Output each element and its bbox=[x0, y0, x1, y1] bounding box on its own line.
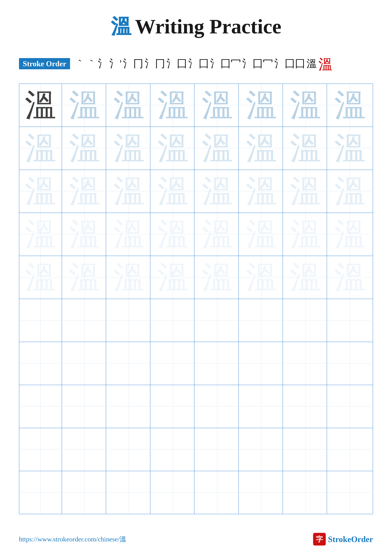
grid-cell-3-2[interactable]: 溫 bbox=[64, 170, 106, 213]
grid-cell-7-6[interactable] bbox=[240, 342, 283, 385]
grid-cell-5-7[interactable]: 溫 bbox=[284, 256, 327, 299]
grid-cell-10-7[interactable] bbox=[284, 471, 327, 514]
grid-cell-7-3[interactable] bbox=[108, 342, 150, 385]
grid-cell-8-1[interactable] bbox=[19, 385, 62, 428]
grid-cell-7-1[interactable] bbox=[19, 342, 62, 385]
grid-cell-9-8[interactable] bbox=[328, 428, 371, 471]
grid-row-9 bbox=[19, 428, 373, 471]
practice-char: 溫 bbox=[290, 89, 321, 121]
grid-cell-5-4[interactable]: 溫 bbox=[152, 256, 194, 299]
footer-url[interactable]: https://www.strokeorder.com/chinese/溫 bbox=[19, 535, 126, 544]
grid-cell-5-3[interactable]: 溫 bbox=[108, 256, 150, 299]
stroke-7: 氵囗 bbox=[166, 57, 187, 71]
practice-char: 溫 bbox=[69, 219, 100, 250]
grid-cell-1-8[interactable]: 溫 bbox=[328, 84, 371, 127]
grid-cell-2-4[interactable]: 溫 bbox=[152, 127, 194, 170]
grid-cell-3-7[interactable]: 溫 bbox=[284, 170, 327, 213]
grid-cell-5-1[interactable]: 溫 bbox=[19, 256, 62, 299]
grid-cell-1-3[interactable]: 溫 bbox=[108, 84, 150, 127]
grid-cell-4-1[interactable]: 溫 bbox=[19, 213, 62, 256]
grid-cell-2-7[interactable]: 溫 bbox=[284, 127, 327, 170]
grid-cell-10-4[interactable] bbox=[152, 471, 194, 514]
grid-cell-6-7[interactable] bbox=[284, 299, 327, 342]
stroke-9: 氵囗冖 bbox=[210, 57, 241, 71]
practice-char: 溫 bbox=[113, 132, 145, 164]
practice-char: 溫 bbox=[157, 89, 189, 121]
grid-cell-7-7[interactable] bbox=[284, 342, 327, 385]
grid-cell-3-4[interactable]: 溫 bbox=[152, 170, 194, 213]
grid-cell-9-6[interactable] bbox=[240, 428, 283, 471]
practice-char: 溫 bbox=[201, 175, 233, 207]
grid-cell-7-2[interactable] bbox=[64, 342, 106, 385]
grid-cell-2-5[interactable]: 溫 bbox=[196, 127, 239, 170]
grid-cell-8-3[interactable] bbox=[108, 385, 150, 428]
grid-cell-9-7[interactable] bbox=[284, 428, 327, 471]
grid-cell-1-2[interactable]: 溫 bbox=[64, 84, 106, 127]
grid-cell-3-8[interactable]: 溫 bbox=[328, 170, 371, 213]
grid-cell-9-5[interactable] bbox=[196, 428, 239, 471]
grid-cell-3-3[interactable]: 溫 bbox=[108, 170, 150, 213]
grid-cell-7-8[interactable] bbox=[328, 342, 371, 385]
grid-row-1: 溫 溫 溫 溫 溫 溫 溫 溫 bbox=[19, 84, 373, 127]
grid-cell-1-7[interactable]: 溫 bbox=[284, 84, 327, 127]
grid-cell-2-1[interactable]: 溫 bbox=[19, 127, 62, 170]
grid-cell-6-8[interactable] bbox=[328, 299, 371, 342]
grid-cell-9-2[interactable] bbox=[64, 428, 106, 471]
grid-cell-2-3[interactable]: 溫 bbox=[108, 127, 150, 170]
grid-cell-8-6[interactable] bbox=[240, 385, 283, 428]
grid-cell-6-5[interactable] bbox=[196, 299, 239, 342]
grid-cell-10-2[interactable] bbox=[64, 471, 106, 514]
grid-cell-2-6[interactable]: 溫 bbox=[240, 127, 283, 170]
grid-cell-8-4[interactable] bbox=[152, 385, 194, 428]
grid-cell-4-7[interactable]: 溫 bbox=[284, 213, 327, 256]
grid-cell-6-6[interactable] bbox=[240, 299, 283, 342]
grid-cell-6-1[interactable] bbox=[19, 299, 62, 342]
grid-cell-8-8[interactable] bbox=[328, 385, 371, 428]
grid-cell-9-4[interactable] bbox=[152, 428, 194, 471]
grid-cell-4-4[interactable]: 溫 bbox=[152, 213, 194, 256]
grid-cell-1-5[interactable]: 溫 bbox=[196, 84, 239, 127]
stroke-order-badge: Stroke Order bbox=[19, 58, 70, 69]
grid-cell-6-4[interactable] bbox=[152, 299, 194, 342]
grid-cell-9-3[interactable] bbox=[108, 428, 150, 471]
grid-cell-7-4[interactable] bbox=[152, 342, 194, 385]
grid-cell-3-1[interactable]: 溫 bbox=[19, 170, 62, 213]
grid-cell-8-7[interactable] bbox=[284, 385, 327, 428]
grid-cell-1-1[interactable]: 溫 bbox=[19, 84, 62, 127]
practice-char: 溫 bbox=[334, 89, 366, 121]
grid-cell-5-2[interactable]: 溫 bbox=[64, 256, 106, 299]
grid-row-8 bbox=[19, 385, 373, 428]
grid-cell-8-2[interactable] bbox=[64, 385, 106, 428]
grid-cell-3-5[interactable]: 溫 bbox=[196, 170, 239, 213]
practice-char: 溫 bbox=[334, 262, 366, 293]
grid-cell-5-8[interactable]: 溫 bbox=[328, 256, 371, 299]
grid-cell-10-1[interactable] bbox=[19, 471, 62, 514]
grid-cell-1-4[interactable]: 溫 bbox=[152, 84, 194, 127]
practice-char: 溫 bbox=[246, 175, 277, 207]
grid-cell-4-6[interactable]: 溫 bbox=[240, 213, 283, 256]
grid-cell-9-1[interactable] bbox=[19, 428, 62, 471]
grid-cell-10-8[interactable] bbox=[328, 471, 371, 514]
practice-char: 溫 bbox=[334, 132, 366, 164]
practice-char: 溫 bbox=[113, 89, 145, 121]
grid-cell-4-3[interactable]: 溫 bbox=[108, 213, 150, 256]
grid-cell-4-8[interactable]: 溫 bbox=[328, 213, 371, 256]
grid-cell-7-5[interactable] bbox=[196, 342, 239, 385]
grid-cell-10-6[interactable] bbox=[240, 471, 283, 514]
grid-cell-1-6[interactable]: 溫 bbox=[240, 84, 283, 127]
grid-cell-5-5[interactable]: 溫 bbox=[196, 256, 239, 299]
grid-cell-4-2[interactable]: 溫 bbox=[64, 213, 106, 256]
grid-cell-3-6[interactable]: 溫 bbox=[240, 170, 283, 213]
grid-cell-2-8[interactable]: 溫 bbox=[328, 127, 371, 170]
grid-cell-2-2[interactable]: 溫 bbox=[64, 127, 106, 170]
grid-cell-6-2[interactable] bbox=[64, 299, 106, 342]
grid-cell-10-3[interactable] bbox=[108, 471, 150, 514]
grid-cell-5-6[interactable]: 溫 bbox=[240, 256, 283, 299]
practice-char: 溫 bbox=[69, 132, 100, 164]
grid-cell-10-5[interactable] bbox=[196, 471, 239, 514]
practice-char: 溫 bbox=[25, 89, 56, 121]
grid-cell-8-5[interactable] bbox=[196, 385, 239, 428]
title-char: 溫 bbox=[111, 15, 131, 38]
grid-cell-6-3[interactable] bbox=[108, 299, 150, 342]
grid-cell-4-5[interactable]: 溫 bbox=[196, 213, 239, 256]
